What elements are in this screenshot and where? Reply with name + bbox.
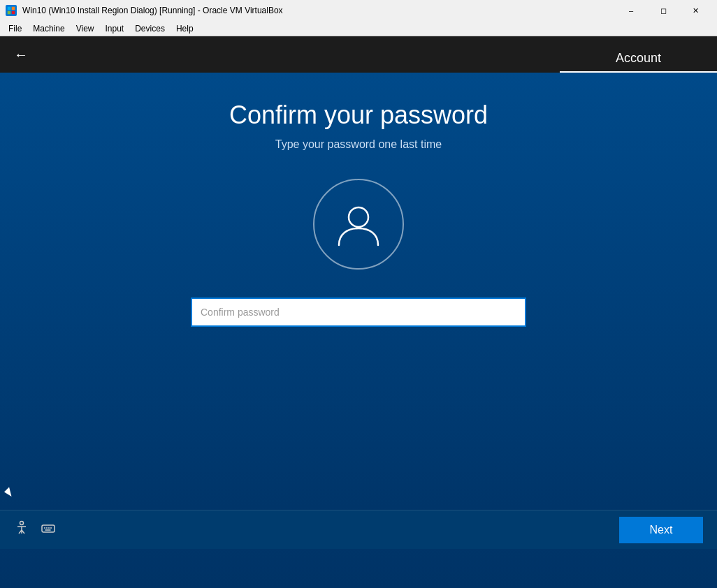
mouse-cursor xyxy=(4,487,14,499)
close-button[interactable]: ✕ xyxy=(679,0,711,21)
svg-rect-3 xyxy=(12,11,15,15)
titlebar: Win10 (Win10 Install Region Dialog) [Run… xyxy=(0,0,717,21)
svg-rect-10 xyxy=(42,525,55,532)
menu-input[interactable]: Input xyxy=(100,21,130,36)
keyboard-icon xyxy=(41,520,56,539)
menu-file[interactable]: File xyxy=(3,21,27,36)
back-button[interactable]: ← xyxy=(14,47,28,63)
window-controls: – ◻ ✕ xyxy=(615,0,711,21)
svg-point-5 xyxy=(20,522,24,525)
menu-devices[interactable]: Devices xyxy=(129,21,171,36)
menubar: File Machine View Input Devices Help xyxy=(0,21,717,36)
page-title: Confirm your password xyxy=(229,101,488,130)
window-title: Win10 (Win10 Install Region Dialog) [Run… xyxy=(22,6,609,15)
restore-button[interactable]: ◻ xyxy=(647,0,679,21)
svg-point-4 xyxy=(349,207,368,227)
minimize-button[interactable]: – xyxy=(615,0,647,21)
avatar-circle xyxy=(313,179,404,270)
vm-bottombar: Next xyxy=(0,510,717,549)
confirm-password-input[interactable] xyxy=(191,297,526,327)
svg-rect-2 xyxy=(8,11,11,15)
menu-machine[interactable]: Machine xyxy=(27,21,70,36)
vm-window: ← Account Confirm your password Type you… xyxy=(0,36,717,588)
user-avatar-icon xyxy=(333,199,384,249)
password-input-wrapper xyxy=(191,297,526,327)
bottom-left-icons xyxy=(14,520,56,539)
topbar-title-area: Account xyxy=(560,36,717,73)
svg-rect-0 xyxy=(8,7,11,10)
accessibility-icon xyxy=(14,520,29,539)
svg-rect-1 xyxy=(12,7,15,10)
page-subtitle: Type your password one last time xyxy=(275,138,442,151)
vm-topbar: ← Account xyxy=(0,36,717,73)
app-icon xyxy=(6,5,17,16)
vm-content: Confirm your password Type your password… xyxy=(0,73,717,549)
account-label: Account xyxy=(560,51,717,73)
menu-view[interactable]: View xyxy=(71,21,100,36)
next-button[interactable]: Next xyxy=(619,517,703,543)
menu-help[interactable]: Help xyxy=(171,21,199,36)
